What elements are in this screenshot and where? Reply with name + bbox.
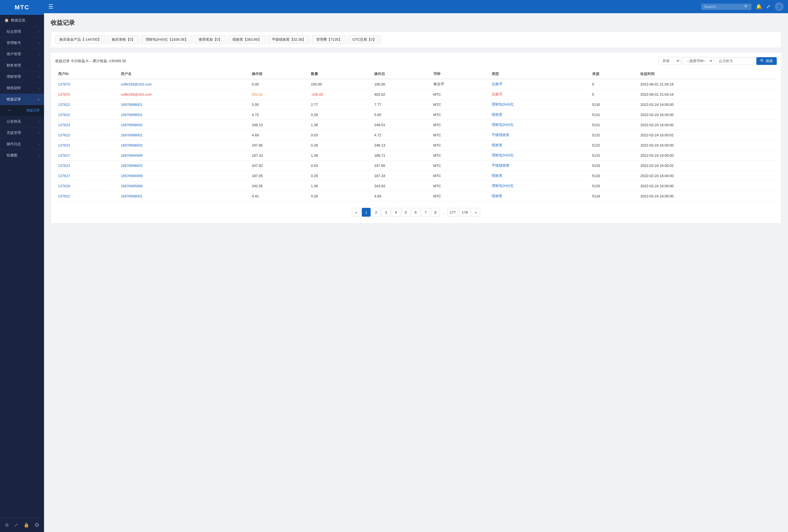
cell-username[interactable]: 18978998001 [118,191,249,201]
cell-after: 4.72 [371,130,431,140]
filter-tab-7[interactable]: OTC交易【0】 [348,36,380,44]
sidebar-item-dashboard[interactable]: 🏠数据总览 [0,15,44,26]
cell-source: 5131 [589,120,638,130]
cell-username[interactable]: 18978994999 [118,150,249,161]
cell-after: 187.33 [371,171,431,181]
cell-before: 502.62 [249,89,308,100]
filter-tab-0[interactable]: 购买基金产品【-144700】 [55,36,105,44]
page-btn-3[interactable]: 3 [381,208,390,217]
page-btn-177[interactable]: 177 [447,208,458,217]
cell-after: 402.62 [371,89,431,100]
cell-type[interactable]: 兑换币 [489,89,589,100]
cell-type[interactable]: 绩效奖 [489,171,589,181]
cell-uid[interactable]: 137622 [55,110,118,120]
account-filter-input[interactable] [716,57,754,65]
sidebar-item-income[interactable]: 收益记录 ∨ [0,94,44,105]
cell-time: 2022-06-01 21:04:16 [637,89,777,100]
cell-uid[interactable]: 137622 [55,191,118,201]
page-btn-1[interactable]: 1 [362,208,371,217]
power-icon[interactable]: ⏻ [34,521,40,529]
page-btn-6[interactable]: 6 [411,208,420,217]
page-btn-5[interactable]: 5 [401,208,410,217]
search-input[interactable] [704,5,743,9]
cell-username[interactable]: coffe339@163.com [118,89,249,100]
cell-type[interactable]: 绩效奖 [489,140,589,150]
type-filter-select[interactable]: 所有 [658,57,681,65]
cell-username[interactable]: 18978998002 [118,161,249,171]
cell-type[interactable]: 绩效奖 [489,110,589,120]
cell-uid[interactable]: 137622 [55,130,118,140]
sidebar-item-finance[interactable]: 财务管理 › [0,60,44,71]
cell-type[interactable]: 理财包2H分红 [489,100,589,110]
cell-type[interactable]: 兑换币 [489,79,589,89]
sidebar-item-announcement[interactable]: 公告快讯 › [0,116,44,127]
sidebar-item-income-record[interactable]: 收益记录 [0,105,44,116]
fullscreen-icon[interactable]: ⤢ [766,4,770,9]
cell-uid[interactable]: 137670 [55,89,118,100]
coin-filter-select[interactable]: --选择币种-- [683,57,713,65]
table-row: 137622 18978998001 5.00 2.77 7.77 MTC 理财… [55,100,777,110]
expand-icon[interactable]: ⤢ [13,521,19,529]
filter-tab-6[interactable]: 管理费【7135】 [312,36,346,44]
filter-tab-1[interactable]: 购买资格【0】 [107,36,139,44]
cell-username[interactable]: 18978998002 [118,140,249,150]
page-prev-btn[interactable]: « [352,208,361,217]
cell-coin: MTC [431,89,489,100]
page-btn-4[interactable]: 4 [392,208,400,217]
col-coin: 币种 [431,69,489,79]
notification-icon[interactable]: 🔔 [756,4,762,9]
cell-username[interactable]: coffe339@163.com [118,79,249,89]
filter-tab-5[interactable]: 平级绩效奖【32.38】 [268,36,310,44]
cell-type[interactable]: 平级绩效奖 [489,130,589,140]
page-next-btn[interactable]: » [471,208,480,217]
settings-icon[interactable]: ⚙ [4,521,10,529]
sidebar-item-recharge[interactable]: 充提管理 › [0,127,44,139]
sidebar-item-banner[interactable]: 轮播图 › [0,150,44,161]
home-icon: 🏠 [4,18,9,22]
page-btn-8[interactable]: 8 [431,208,440,217]
cell-username[interactable]: 18978994999 [118,171,249,181]
page-btn-7[interactable]: 7 [421,208,430,217]
cell-uid[interactable]: 137623 [55,120,118,130]
sidebar-item-site[interactable]: 站点管理 › [0,26,44,37]
cell-type[interactable]: 理财包2H分红 [489,120,589,130]
pagination: « 1 2 3 4 5 6 7 8 ... 177 178 » [55,208,777,219]
cell-uid[interactable]: 137628 [55,181,118,191]
cell-amount: 1.38 [308,120,371,130]
sidebar-item-users[interactable]: 用户管理 › [0,49,44,60]
sidebar-item-wallet[interactable]: 钱包划转 › [0,82,44,94]
cell-type[interactable]: 理财包2H分红 [489,150,589,161]
cell-username[interactable]: 18978995888 [118,181,249,191]
sidebar-item-oplog[interactable]: 操作日志 › [0,139,44,150]
page-btn-2[interactable]: 2 [372,208,380,217]
cell-uid[interactable]: 137622 [55,100,118,110]
table-header: 用户ID 用户名 操作前 数量 操作后 币种 类型 来源 收益时间 [55,69,777,79]
filter-tab-4[interactable]: 绩效奖【383.89】 [229,36,265,44]
cell-type[interactable]: 平级绩效奖 [489,161,589,171]
cell-username[interactable]: 18978998001 [118,100,249,110]
page-btn-178[interactable]: 178 [459,208,470,217]
hamburger-icon[interactable]: ☰ [48,3,53,10]
cell-uid[interactable]: 137627 [55,150,118,161]
cell-type[interactable]: 理财包2H分红 [489,181,589,191]
filter-tab-3[interactable]: 推荐奖励【0】 [195,36,226,44]
search-button[interactable]: 🔍 搜索 [756,57,777,65]
sidebar-item-wealth[interactable]: 理财管理 › [0,71,44,82]
cell-coin: MTC [431,191,489,201]
avatar[interactable]: 👤 [775,2,784,11]
cell-uid[interactable]: 137623 [55,161,118,171]
sidebar-logo: MTC [0,0,44,15]
cell-uid[interactable]: 137670 [55,79,118,89]
chevron-down-icon: ∨ [37,98,40,101]
sidebar-item-account[interactable]: 管理账号 › [0,37,44,49]
cell-uid[interactable]: 137623 [55,140,118,150]
cell-time: 2022-02-24 16:00:00 [637,100,777,110]
cell-username[interactable]: 18978998001 [118,110,249,120]
cell-username[interactable]: 18978998002 [118,120,249,130]
cell-username[interactable]: 18978998001 [118,130,249,140]
cell-uid[interactable]: 137627 [55,171,118,181]
filter-tab-2[interactable]: 理财包2H分红【1839.38】 [141,36,192,44]
col-uid: 用户ID [55,69,118,79]
cell-type[interactable]: 绩效奖 [489,191,589,201]
lock-icon[interactable]: 🔒 [23,521,30,529]
